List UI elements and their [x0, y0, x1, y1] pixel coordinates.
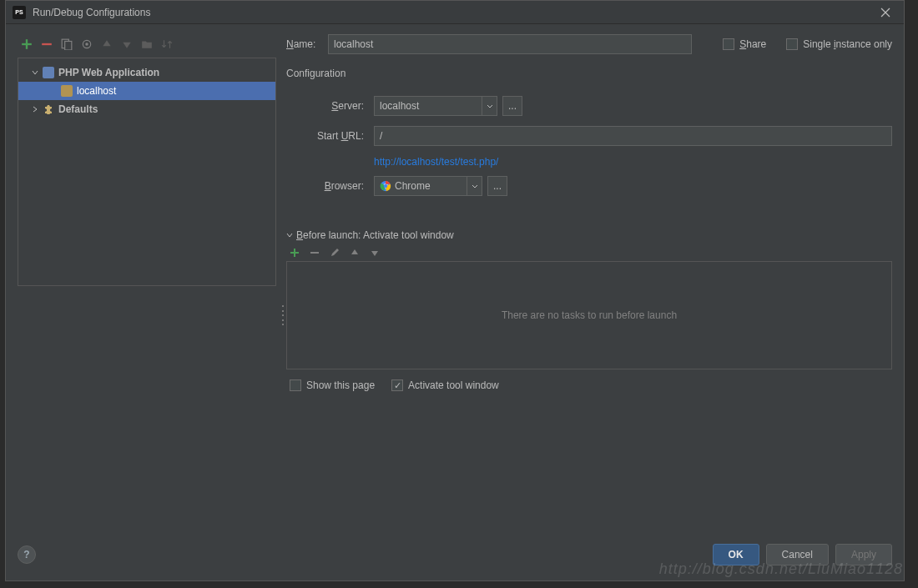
copy-icon: [61, 38, 73, 50]
config-section-title: Configuration: [286, 68, 892, 79]
close-button[interactable]: [874, 1, 897, 24]
ok-button[interactable]: OK: [713, 544, 759, 565]
chevron-down-icon: [286, 232, 293, 239]
cancel-button[interactable]: Cancel: [766, 544, 829, 565]
settings-icon: [81, 38, 93, 50]
starturl-row: Start URL:: [303, 126, 892, 146]
server-more-button[interactable]: ...: [502, 96, 522, 116]
titlebar: PS Run/Debug Configurations: [6, 1, 904, 24]
tree-label: localhost: [77, 85, 116, 97]
server-label: Server:: [303, 100, 374, 112]
starturl-input[interactable]: [374, 126, 892, 146]
app-logo-icon: PS: [13, 6, 26, 19]
arrow-up-icon: [350, 248, 360, 258]
browser-value: Chrome: [375, 180, 467, 192]
resize-grip-icon[interactable]: [282, 305, 285, 325]
before-edit-button[interactable]: [328, 246, 341, 259]
left-panel: PHP Web Application localhost Defaults: [18, 34, 276, 286]
before-down-button[interactable]: [368, 246, 381, 259]
browser-more-button[interactable]: ...: [487, 176, 507, 196]
wrench-icon: [42, 103, 55, 116]
move-down-button[interactable]: [119, 37, 134, 52]
svg-point-11: [384, 184, 388, 188]
tree-label: Defaults: [58, 103, 98, 115]
dialog-footer: ? OK Cancel Apply: [6, 537, 904, 580]
server-value: localhost: [375, 100, 482, 112]
before-launch-label: Before launch: Activate tool window: [296, 229, 454, 241]
single-instance-checkbox[interactable]: Single instance only: [786, 38, 892, 50]
browser-select[interactable]: Chrome: [374, 176, 482, 196]
apply-button[interactable]: Apply: [835, 544, 892, 565]
minus-icon: [41, 38, 53, 50]
sort-icon: [161, 38, 173, 50]
chevron-down-icon: [482, 97, 497, 115]
move-up-button[interactable]: [99, 37, 114, 52]
sort-button[interactable]: [159, 37, 174, 52]
share-checkbox[interactable]: Share: [723, 38, 766, 50]
right-panel: Name: Share Single instance only Configu…: [286, 34, 892, 286]
help-button[interactable]: ?: [18, 545, 36, 564]
before-launch-list[interactable]: There are no tasks to run before launch: [286, 261, 892, 369]
chevron-down-icon: [467, 177, 482, 195]
close-icon: [880, 8, 890, 18]
folder-icon: [141, 38, 153, 50]
single-instance-label: Single instance only: [803, 38, 892, 50]
tree-label: PHP Web Application: [58, 67, 159, 78]
resolved-url-link[interactable]: http://localhost/test/test.php/: [374, 156, 498, 168]
browser-row: Browser: Chrome ...: [303, 176, 892, 196]
tree-node-php-web-app[interactable]: PHP Web Application: [18, 63, 275, 82]
chrome-icon: [380, 180, 391, 192]
before-launch-toolbar: [286, 246, 892, 259]
name-row: Name: Share Single instance only: [286, 34, 892, 54]
before-remove-button[interactable]: [308, 246, 321, 259]
browser-label: Browser:: [303, 180, 374, 192]
name-input[interactable]: [328, 34, 692, 54]
server-row: Server: localhost ...: [303, 96, 892, 116]
plus-icon: [21, 38, 33, 50]
svg-rect-6: [65, 42, 72, 51]
add-config-button[interactable]: [19, 37, 34, 52]
chevron-down-icon: [32, 69, 38, 76]
php-icon: [42, 66, 55, 79]
dialog-title: Run/Debug Configurations: [33, 7, 874, 18]
arrow-down-icon: [370, 248, 380, 258]
arrow-up-icon: [101, 38, 113, 50]
svg-point-8: [85, 43, 88, 46]
minus-icon: [310, 248, 320, 258]
run-debug-dialog: PS Run/Debug Configurations: [5, 0, 905, 581]
name-label: Name:: [286, 38, 328, 50]
share-label: Share: [739, 38, 766, 50]
before-launch-toggle[interactable]: Before launch: Activate tool window: [286, 229, 892, 241]
chevron-right-icon: [32, 106, 38, 113]
pencil-icon: [330, 248, 340, 258]
before-add-button[interactable]: [288, 246, 301, 259]
server-select[interactable]: localhost: [374, 96, 497, 116]
remove-config-button[interactable]: [39, 37, 54, 52]
before-empty-text: There are no tasks to run before launch: [502, 309, 677, 321]
config-toolbar: [18, 34, 276, 54]
before-launch-section: Before launch: Activate tool window Ther…: [286, 229, 892, 391]
tree-node-defaults[interactable]: Defaults: [18, 100, 275, 118]
plus-icon: [290, 248, 300, 258]
folder-button[interactable]: [139, 37, 154, 52]
copy-config-button[interactable]: [59, 37, 74, 52]
before-up-button[interactable]: [348, 246, 361, 259]
tree-node-localhost[interactable]: localhost: [18, 82, 275, 100]
arrow-down-icon: [121, 38, 133, 50]
php-file-icon: [60, 84, 73, 98]
config-tree[interactable]: PHP Web Application localhost Defaults: [18, 58, 276, 286]
save-config-button[interactable]: [79, 37, 94, 52]
starturl-label: Start URL:: [303, 130, 374, 142]
